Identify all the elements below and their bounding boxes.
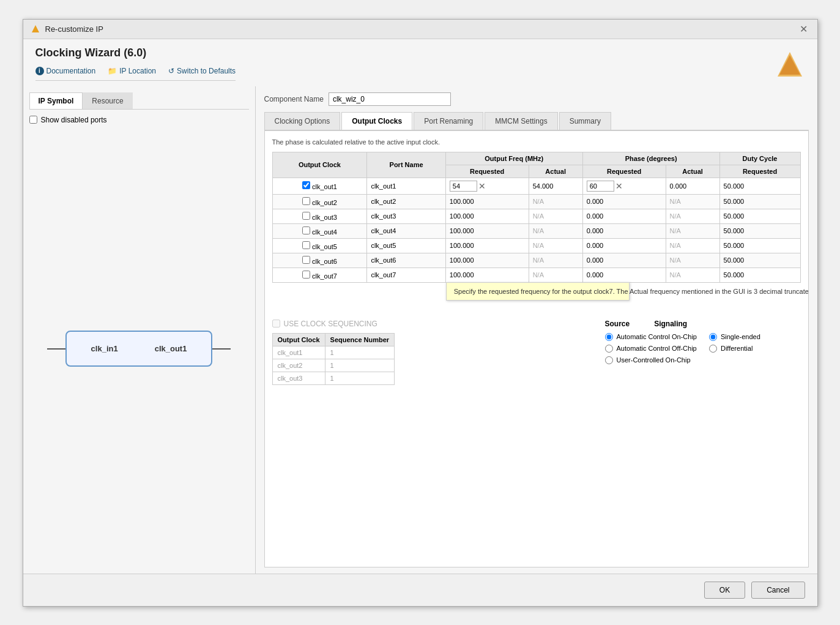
cell-freq-act-6: N/A: [529, 253, 582, 268]
cell-duty-1: 50.000: [719, 178, 800, 194]
checkbox-clk-out3[interactable]: [302, 212, 310, 220]
component-name-input[interactable]: [329, 92, 451, 106]
signaling-radio-group: Single-ended Differential: [709, 333, 760, 368]
radio-single-ended[interactable]: [709, 333, 717, 341]
show-disabled-checkbox[interactable]: [29, 116, 37, 124]
source-radio-group: Automatic Control On-Chip Automatic Cont…: [605, 333, 697, 368]
close-button[interactable]: ✕: [798, 23, 810, 35]
checkbox-clk-out1[interactable]: [302, 181, 310, 189]
th-duty-cycle: Duty Cycle: [719, 152, 800, 165]
cell-port-3: clk_out3: [367, 209, 445, 223]
tab-ip-symbol[interactable]: IP Symbol: [29, 92, 83, 109]
tab-clocking-options[interactable]: Clocking Options: [264, 112, 341, 130]
cell-freq-req-5: 100.000: [445, 238, 529, 253]
cell-phase-req-4: 0.000: [582, 223, 666, 238]
checkbox-clk-out4[interactable]: [302, 226, 310, 234]
cell-check-2: clk_out2: [272, 194, 367, 209]
sequencing-section: USE CLOCK SEQUENCING Output Clock Sequen…: [272, 320, 595, 385]
table-row: clk_out7 clk_out7 100.000 Specify the re…: [272, 268, 800, 282]
component-name-row: Component Name: [264, 92, 809, 106]
seq-clock-2: clk_out2: [272, 359, 325, 372]
tooltip-text: Specify the requested frequency for the …: [454, 288, 809, 295]
freq-req-input-1[interactable]: [450, 181, 477, 192]
seq-num-1: 1: [325, 346, 395, 359]
use-clock-seq-checkbox[interactable]: [272, 320, 280, 327]
sequence-table: Output Clock Sequence Number clk_out1 1: [272, 333, 395, 385]
th-port-name: Port Name: [367, 152, 445, 178]
cell-freq-req-4: 100.000: [445, 223, 529, 238]
seq-num-3: 1: [325, 372, 395, 384]
use-clock-seq-row: USE CLOCK SEQUENCING: [272, 320, 595, 328]
cell-phase-act-1: 0.000: [666, 178, 719, 194]
phase-note: The phase is calculated relative to the …: [272, 138, 801, 146]
ip-output-label: clk_out1: [155, 344, 187, 353]
radio-auto-on-chip[interactable]: [605, 333, 613, 341]
th-duty-requested: Requested: [719, 165, 800, 178]
cell-check-5: clk_out5: [272, 238, 367, 253]
cell-freq-req-2: 100.000: [445, 194, 529, 209]
source-option-1-label: Automatic Control On-Chip: [617, 333, 697, 340]
tab-output-clocks[interactable]: Output Clocks: [341, 112, 412, 130]
th-phase: Phase (degrees): [582, 152, 719, 165]
radio-auto-off-chip[interactable]: [605, 345, 613, 353]
phase-req-input-wrap-1: ✕: [587, 181, 662, 192]
cell-duty-4: 50.000: [719, 223, 800, 238]
checkbox-clk-out5[interactable]: [302, 241, 310, 249]
cell-check-3: clk_out3: [272, 209, 367, 223]
radio-user-on-chip[interactable]: [605, 356, 613, 364]
phase-req-input-1[interactable]: [587, 181, 614, 192]
signaling-label: Signaling: [654, 320, 687, 328]
source-options-area: Automatic Control On-Chip Automatic Cont…: [605, 333, 801, 368]
ok-button[interactable]: OK: [704, 582, 745, 599]
cell-duty-7: 50.000: [719, 268, 800, 282]
title-bar: Re-customize IP ✕: [23, 20, 817, 39]
freq-req-clear-1[interactable]: ✕: [478, 182, 486, 190]
component-name-label: Component Name: [264, 95, 324, 103]
app-title: Clocking Wizard (6.0): [35, 47, 236, 59]
cell-port-7: clk_out7: [367, 268, 445, 282]
table-row: clk_out1 clk_out1 ✕ 54.000: [272, 178, 800, 194]
checkbox-clk-out2[interactable]: [302, 197, 310, 205]
cell-freq-act-1: 54.000: [529, 178, 582, 194]
cell-phase-req-6: 0.000: [582, 253, 666, 268]
cancel-button[interactable]: Cancel: [751, 582, 805, 599]
cell-phase-act-6: N/A: [666, 253, 719, 268]
cell-phase-act-5: N/A: [666, 238, 719, 253]
ip-location-label: IP Location: [119, 67, 156, 75]
main-window: Re-customize IP ✕ Clocking Wizard (6.0) …: [23, 19, 818, 607]
checkbox-clk-out7[interactable]: [302, 271, 310, 279]
show-disabled-label: Show disabled ports: [41, 116, 107, 124]
phase-req-clear-1[interactable]: ✕: [615, 182, 623, 190]
tab-port-renaming[interactable]: Port Renaming: [414, 112, 483, 130]
refresh-icon: ↺: [168, 67, 174, 75]
th-freq-requested: Requested: [445, 165, 529, 178]
cell-phase-req-1: ✕: [582, 178, 666, 194]
radio-differential[interactable]: [709, 345, 717, 353]
switch-defaults-button[interactable]: ↺ Switch to Defaults: [168, 67, 236, 75]
left-panel: IP Symbol Resource Show disabled ports c…: [23, 86, 256, 574]
svg-marker-0: [32, 25, 39, 32]
table-row: clk_out6 clk_out6 100.000 N/A 0.000 N/A …: [272, 253, 800, 268]
tab-resource[interactable]: Resource: [83, 92, 132, 109]
switch-defaults-label: Switch to Defaults: [177, 67, 236, 75]
source-section: Source Signaling Automatic Control On-Ch…: [605, 320, 801, 385]
th-freq-actual: Actual: [529, 165, 582, 178]
source-title-row: Source Signaling: [605, 320, 801, 328]
title-bar-left: Re-customize IP: [31, 24, 103, 34]
tab-summary[interactable]: Summary: [559, 112, 611, 130]
checkbox-clk-out6[interactable]: [302, 256, 310, 264]
table-row: clk_out5 clk_out5 100.000 N/A 0.000 N/A …: [272, 238, 800, 253]
source-radio-row-1: Automatic Control On-Chip: [605, 333, 697, 341]
signaling-radio-row-2: Differential: [709, 345, 760, 353]
tab-mmcm-settings[interactable]: MMCM Settings: [485, 112, 557, 130]
cell-duty-5: 50.000: [719, 238, 800, 253]
table-row: clk_out3 clk_out3 100.000 N/A 0.000 N/A …: [272, 209, 800, 223]
cell-duty-6: 50.000: [719, 253, 800, 268]
xilinx-logo: [775, 49, 805, 80]
main-header: Clocking Wizard (6.0) i Documentation 📁 …: [23, 39, 817, 86]
ip-location-button[interactable]: 📁 IP Location: [108, 67, 156, 75]
nav-tabs: Clocking Options Output Clocks Port Rena…: [264, 112, 809, 131]
th-phase-actual: Actual: [666, 165, 719, 178]
documentation-button[interactable]: i Documentation: [35, 67, 96, 75]
seq-clock-3: clk_out3: [272, 372, 325, 384]
